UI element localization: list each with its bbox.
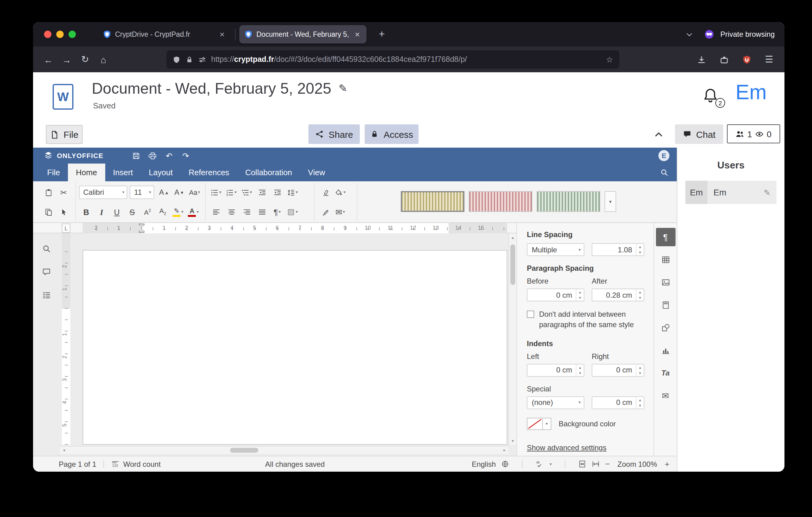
connection-lock-icon[interactable]: [185, 55, 193, 63]
line-spacing-button[interactable]: ▾: [285, 184, 300, 200]
document-page[interactable]: [83, 250, 507, 445]
paragraph-color-button[interactable]: ▾: [333, 184, 348, 200]
scrollbar-thumb[interactable]: [230, 448, 258, 453]
oo-tab-view[interactable]: View: [300, 164, 333, 181]
strikethrough-button[interactable]: S: [125, 204, 140, 220]
downloads-button[interactable]: [692, 51, 710, 68]
horizontal-scrollbar[interactable]: ◂ ▸: [60, 446, 509, 454]
document-title[interactable]: Document - Wed, February 5, 2025: [92, 80, 331, 98]
minimize-window-button[interactable]: [56, 31, 64, 38]
subscript-button[interactable]: A2: [155, 204, 170, 220]
mailmerge-settings-button[interactable]: ✉: [656, 386, 675, 405]
copy-style-button[interactable]: [318, 204, 332, 220]
ublock-origin-button[interactable]: [737, 51, 756, 68]
bold-button[interactable]: B: [79, 204, 94, 220]
scroll-down-arrow[interactable]: ▾: [509, 437, 517, 445]
share-button[interactable]: Share: [309, 124, 360, 144]
access-button[interactable]: Access: [365, 124, 418, 144]
oo-tab-home[interactable]: Home: [68, 164, 105, 181]
horizontal-ruler[interactable]: 21123456789101112131415: [83, 223, 507, 234]
participants-indicator[interactable]: 1 0: [727, 124, 780, 143]
tracking-protection-shield-icon[interactable]: [173, 55, 180, 63]
vertical-scrollbar[interactable]: ▴ ▾: [509, 234, 517, 445]
scrollbar-thumb[interactable]: [510, 244, 515, 285]
underline-button[interactable]: U: [110, 204, 124, 220]
collapse-toolbar-button[interactable]: [647, 126, 670, 143]
navigation-button[interactable]: [38, 287, 55, 303]
image-settings-button[interactable]: [656, 273, 675, 292]
nonprinting-button[interactable]: ¶▾: [270, 204, 285, 220]
language-button[interactable]: English: [472, 460, 496, 468]
font-increase-button[interactable]: A▲: [157, 184, 171, 200]
multilevel-list-button[interactable]: ▾: [239, 184, 254, 200]
fit-page-button[interactable]: [578, 460, 586, 468]
undo-button[interactable]: ↶: [161, 149, 177, 162]
italic-button[interactable]: I: [94, 204, 109, 220]
align-right-button[interactable]: [239, 204, 254, 220]
print-button[interactable]: [144, 149, 161, 162]
search-button[interactable]: [38, 241, 55, 257]
tab-cryptdrive[interactable]: CryptDrive - CryptPad.fr ×: [98, 25, 231, 44]
home-button[interactable]: ⌂: [94, 51, 113, 68]
user-list-item[interactable]: Em Em ✎: [685, 181, 777, 204]
permissions-icon[interactable]: [198, 55, 206, 63]
spinner-arrows[interactable]: ▲▼: [636, 244, 644, 255]
superscript-button[interactable]: A2: [140, 204, 155, 220]
copy-button[interactable]: [41, 204, 56, 220]
oo-tab-file[interactable]: File: [39, 164, 68, 181]
shading-button[interactable]: ▾: [285, 204, 300, 220]
line-spacing-select[interactable]: Multiple ▾: [527, 243, 584, 256]
url-text[interactable]: https://cryptpad.fr/doc/#/3/doc/edit/ff0…: [211, 55, 601, 64]
table-settings-button[interactable]: [656, 250, 675, 269]
mail-merge-button[interactable]: ✉▾: [333, 204, 348, 220]
zoom-out-button[interactable]: −: [605, 459, 610, 469]
chat-button[interactable]: Chat: [675, 124, 723, 144]
reload-button[interactable]: ↻: [76, 51, 94, 68]
font-decrease-button[interactable]: A▼: [172, 184, 186, 200]
globe-icon[interactable]: [501, 460, 510, 468]
oo-tab-references[interactable]: References: [180, 164, 237, 181]
select-all-button[interactable]: [56, 204, 71, 220]
scroll-up-arrow[interactable]: ▴: [509, 234, 517, 241]
align-left-button[interactable]: [209, 204, 223, 220]
shape-settings-button[interactable]: [656, 319, 675, 337]
no-interval-checkbox[interactable]: [527, 310, 534, 318]
clear-style-button[interactable]: [318, 184, 332, 200]
vertical-ruler[interactable]: 21123456: [62, 234, 70, 445]
oo-tab-insert[interactable]: Insert: [105, 164, 141, 181]
special-select[interactable]: (none) ▾: [527, 396, 584, 409]
font-size-select[interactable]: 11▾: [130, 186, 154, 199]
textart-settings-button[interactable]: Ta: [656, 364, 675, 382]
paragraph-style-tile-khaki[interactable]: [401, 191, 464, 212]
scroll-right-arrow[interactable]: ▸: [500, 446, 509, 454]
chart-settings-button[interactable]: [656, 341, 675, 360]
tab-close-icon[interactable]: ×: [218, 29, 226, 39]
user-avatar[interactable]: Em: [735, 80, 767, 104]
highlight-color-button[interactable]: ✎▾: [171, 204, 185, 220]
url-bar[interactable]: https://cryptpad.fr/doc/#/3/doc/edit/ff0…: [167, 50, 619, 69]
numbering-button[interactable]: 123▾: [224, 184, 239, 200]
paragraph-style-tile-green[interactable]: [536, 191, 600, 212]
background-color-caret[interactable]: ▾: [543, 418, 551, 430]
page-indicator[interactable]: Page 1 of 1: [59, 460, 96, 468]
menu-button[interactable]: ☰: [760, 51, 778, 68]
spellcheck-button[interactable]: ab: [536, 460, 544, 468]
paste-button[interactable]: [41, 184, 56, 200]
word-count-button[interactable]: Word count: [123, 460, 161, 468]
forward-button[interactable]: →: [58, 51, 76, 68]
comments-button[interactable]: [38, 264, 55, 280]
oo-tab-collaboration[interactable]: Collaboration: [237, 164, 300, 181]
rename-document-pencil-icon[interactable]: ✎: [339, 83, 348, 94]
edit-user-pencil-icon[interactable]: ✎: [764, 188, 771, 196]
close-window-button[interactable]: [44, 31, 51, 38]
style-gallery-expand-button[interactable]: ▾: [605, 191, 616, 212]
change-case-button[interactable]: Aa▾: [187, 184, 202, 200]
redo-button[interactable]: ↷: [177, 149, 194, 162]
tab-close-icon[interactable]: ×: [353, 29, 361, 39]
notifications-bell-button[interactable]: 2: [702, 88, 721, 106]
fit-width-button[interactable]: [592, 460, 600, 468]
spinner-arrows[interactable]: ▲▼: [636, 289, 644, 301]
bullets-button[interactable]: ▾: [209, 184, 223, 200]
increase-indent-button[interactable]: [270, 184, 285, 200]
new-tab-button[interactable]: +: [374, 28, 390, 40]
